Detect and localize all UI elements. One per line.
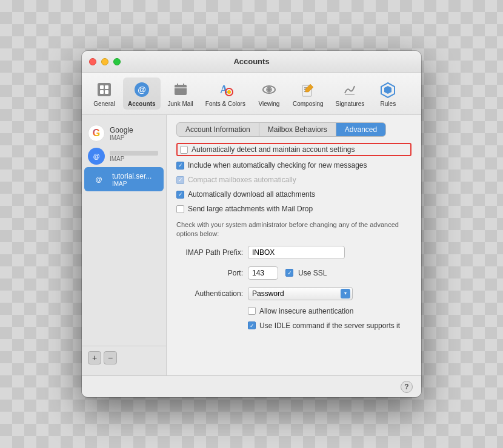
compact-checkbox[interactable] [176, 176, 184, 184]
include-check-label: Include when automatically checking for … [188, 161, 367, 170]
allow-insecure-label: Allow insecure authentication [259, 307, 353, 315]
port-row: Port: Use SSL [176, 266, 411, 280]
accounts-label: Accounts [128, 100, 156, 107]
tutorial-account-name: tutorial.ser... [112, 172, 152, 180]
toolbar-accounts[interactable]: @ Accounts [123, 77, 161, 110]
toolbar-fonts-colors[interactable]: A Fonts & Colors [201, 77, 250, 110]
toolbar-viewing[interactable]: Viewing [253, 77, 285, 110]
imap1-account-name [110, 151, 158, 156]
tutorial-account-info: tutorial.ser... IMAP [112, 172, 152, 187]
window-title: Accounts [233, 57, 269, 66]
sidebar-item-google[interactable]: G Google IMAP [82, 121, 166, 145]
auto-download-row: Automatically download all attachments [176, 189, 411, 200]
toolbar-general[interactable]: General [88, 77, 121, 110]
rules-icon [378, 80, 398, 99]
minimize-button[interactable] [101, 58, 108, 65]
authentication-label: Authentication: [176, 289, 243, 298]
svg-rect-3 [100, 90, 104, 94]
include-check-row: Include when automatically checking for … [176, 160, 411, 171]
sidebar-item-imap1[interactable]: @ IMAP [82, 145, 166, 167]
toolbar-junkmail[interactable]: Junk Mail [163, 77, 198, 110]
compact-row: Compact mailboxes automatically [176, 174, 411, 185]
help-button[interactable]: ? [401, 381, 413, 393]
mail-drop-label: Send large attachments with Mail Drop [188, 205, 313, 213]
imap1-account-info: IMAP [110, 151, 158, 162]
imap-path-row: IMAP Path Prefix: [176, 246, 411, 259]
authentication-row: Authentication: Password MD5 Challenge-R… [176, 287, 411, 300]
tutorial-account-icon: @ [90, 171, 107, 188]
authentication-select[interactable]: Password MD5 Challenge-Response NTLM Ker… [248, 287, 353, 300]
google-account-info: Google IMAP [110, 126, 133, 141]
composing-label: Composing [293, 100, 324, 107]
remove-account-button[interactable]: − [104, 351, 117, 364]
svg-rect-0 [98, 83, 111, 96]
titlebar: Accounts [82, 51, 421, 73]
ssl-label: Use SSL [298, 269, 327, 277]
ssl-checkbox[interactable] [285, 269, 293, 277]
port-input[interactable] [248, 266, 278, 280]
accounts-sidebar: G Google IMAP @ IMAP @ tutorial.ser [82, 115, 167, 375]
toolbar-signatures[interactable]: Signatures [331, 77, 370, 110]
mail-drop-checkbox[interactable] [176, 205, 184, 213]
toolbar-rules[interactable]: Rules [371, 77, 404, 110]
idle-command-row: Use IDLE command if the server supports … [176, 320, 411, 331]
fonts-colors-icon: A [216, 80, 235, 99]
advanced-notice: Check with your system administrator bef… [176, 220, 411, 239]
fonts-colors-label: Fonts & Colors [205, 100, 245, 107]
svg-rect-4 [105, 90, 108, 94]
general-icon [95, 80, 114, 99]
authentication-select-wrapper: Password MD5 Challenge-Response NTLM Ker… [248, 287, 353, 300]
general-label: General [93, 100, 115, 107]
allow-insecure-checkbox[interactable] [248, 307, 256, 315]
imap-path-label: IMAP Path Prefix: [176, 248, 243, 257]
tutorial-account-type: IMAP [112, 180, 152, 187]
junkmail-label: Junk Mail [168, 100, 193, 107]
google-account-icon: G [88, 125, 105, 142]
svg-marker-23 [384, 86, 391, 94]
advanced-settings: Automatically detect and maintain accoun… [176, 143, 411, 331]
svg-rect-1 [100, 85, 104, 89]
main-content: G Google IMAP @ IMAP @ tutorial.ser [82, 115, 421, 375]
rules-label: Rules [381, 100, 396, 107]
svg-point-13 [227, 90, 231, 94]
toolbar: General @ Accounts Junk Mail [82, 73, 421, 115]
include-check-checkbox[interactable] [176, 162, 184, 170]
idle-command-label: Use IDLE command if the server supports … [259, 321, 400, 330]
bottom-bar: ? [82, 375, 421, 397]
mail-drop-row: Send large attachments with Mail Drop [176, 203, 411, 214]
add-account-button[interactable]: + [88, 351, 101, 364]
svg-rect-2 [105, 85, 108, 89]
google-account-type: IMAP [110, 134, 133, 141]
sidebar-item-tutorial[interactable]: @ tutorial.ser... IMAP [84, 167, 164, 191]
tab-advanced[interactable]: Advanced [336, 123, 385, 136]
settings-panel: Account Information Mailbox Behaviors Ad… [167, 115, 421, 375]
auto-download-checkbox[interactable] [176, 191, 184, 199]
tab-mailbox-behaviors[interactable]: Mailbox Behaviors [259, 123, 336, 136]
port-label: Port: [176, 269, 243, 277]
viewing-icon [259, 80, 279, 99]
imap1-account-type: IMAP [110, 156, 158, 162]
toolbar-composing[interactable]: Composing [288, 77, 328, 110]
window-controls [89, 58, 121, 65]
auto-detect-row: Automatically detect and maintain accoun… [176, 143, 411, 156]
svg-text:@: @ [138, 85, 146, 94]
junkmail-icon [171, 80, 190, 99]
maximize-button[interactable] [113, 58, 121, 65]
compact-label: Compact mailboxes automatically [188, 176, 296, 184]
viewing-label: Viewing [259, 100, 280, 107]
imap1-account-icon: @ [88, 148, 105, 165]
tab-account-information[interactable]: Account Information [177, 123, 259, 136]
google-g-icon: G [93, 128, 100, 139]
close-button[interactable] [89, 58, 96, 65]
composing-icon [298, 80, 318, 99]
allow-insecure-row: Allow insecure authentication [176, 306, 411, 317]
imap-path-input[interactable] [248, 246, 345, 259]
signatures-icon [340, 80, 359, 99]
idle-command-checkbox[interactable] [248, 321, 256, 329]
svg-point-15 [267, 88, 271, 91]
auto-detect-checkbox[interactable] [180, 146, 188, 154]
auto-download-label: Automatically download all attachments [188, 190, 315, 199]
svg-rect-7 [175, 85, 187, 95]
main-window: Accounts General @ Acco [82, 51, 421, 397]
settings-tabs: Account Information Mailbox Behaviors Ad… [176, 122, 386, 137]
